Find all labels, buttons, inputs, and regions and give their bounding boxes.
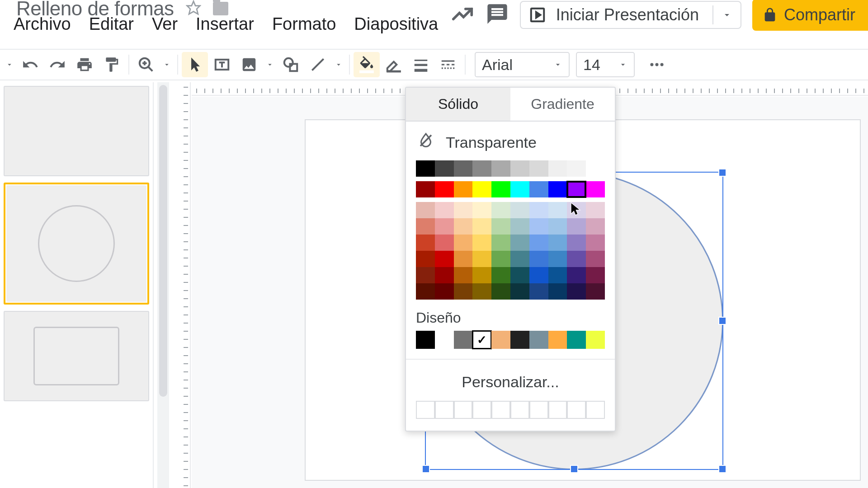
- color-swatch[interactable]: [567, 267, 586, 283]
- color-swatch[interactable]: [472, 160, 491, 177]
- font-size-select[interactable]: 14: [576, 52, 635, 77]
- color-swatch[interactable]: [435, 218, 454, 235]
- menu-ver[interactable]: Ver: [152, 14, 178, 34]
- color-swatch[interactable]: [567, 160, 586, 177]
- color-swatch[interactable]: [510, 160, 529, 177]
- custom-swatch[interactable]: [454, 401, 473, 419]
- select-tool-button[interactable]: [182, 52, 208, 77]
- resize-handle-tr[interactable]: [718, 169, 726, 177]
- color-swatch[interactable]: [435, 283, 454, 300]
- color-swatch[interactable]: [472, 251, 491, 267]
- theme-swatch[interactable]: [529, 331, 548, 349]
- color-swatch[interactable]: [472, 181, 491, 197]
- image-dropdown-icon[interactable]: [263, 61, 277, 69]
- theme-swatch[interactable]: [510, 331, 529, 349]
- color-swatch[interactable]: [586, 235, 605, 251]
- color-swatch[interactable]: [529, 218, 548, 235]
- color-swatch[interactable]: [510, 181, 529, 197]
- custom-swatch[interactable]: [567, 401, 586, 419]
- custom-swatch[interactable]: [586, 401, 605, 419]
- color-swatch[interactable]: [491, 267, 510, 283]
- color-swatch[interactable]: [529, 235, 548, 251]
- custom-swatch[interactable]: [491, 401, 510, 419]
- border-weight-button[interactable]: [408, 52, 434, 77]
- menu-diapositiva[interactable]: Diapositiva: [354, 14, 438, 34]
- color-swatch[interactable]: [548, 202, 567, 218]
- color-swatch[interactable]: [472, 218, 491, 235]
- theme-swatch[interactable]: [472, 331, 491, 349]
- resize-handle-br[interactable]: [718, 465, 726, 473]
- color-swatch[interactable]: [586, 202, 605, 218]
- color-swatch[interactable]: [454, 218, 473, 235]
- color-swatch[interactable]: [586, 283, 605, 300]
- redo-button[interactable]: [44, 52, 71, 77]
- color-swatch[interactable]: [548, 181, 567, 197]
- color-swatch[interactable]: [510, 202, 529, 218]
- color-swatch[interactable]: [548, 251, 567, 267]
- color-swatch[interactable]: [416, 251, 435, 267]
- color-swatch[interactable]: [567, 251, 586, 267]
- image-button[interactable]: [236, 52, 262, 77]
- menu-formato[interactable]: Formato: [272, 14, 336, 34]
- custom-swatch[interactable]: [472, 401, 491, 419]
- share-button[interactable]: Compartir: [752, 0, 868, 31]
- color-swatch[interactable]: [472, 202, 491, 218]
- line-dropdown-icon[interactable]: [332, 61, 345, 69]
- color-swatch[interactable]: [416, 202, 435, 218]
- border-color-button[interactable]: [381, 52, 407, 77]
- color-swatch[interactable]: [491, 160, 510, 177]
- custom-swatch[interactable]: [435, 401, 454, 419]
- activity-icon[interactable]: [450, 2, 475, 28]
- theme-swatch[interactable]: [491, 331, 510, 349]
- move-to-folder-icon[interactable]: [213, 2, 228, 15]
- thumb-scrollbar[interactable]: [157, 82, 169, 488]
- theme-swatch[interactable]: [586, 331, 605, 349]
- color-swatch[interactable]: [510, 218, 529, 235]
- color-swatch[interactable]: [454, 235, 473, 251]
- color-swatch[interactable]: [510, 283, 529, 300]
- color-swatch[interactable]: [416, 235, 435, 251]
- custom-swatch[interactable]: [510, 401, 529, 419]
- color-swatch[interactable]: [416, 267, 435, 283]
- color-swatch[interactable]: [548, 218, 567, 235]
- color-swatch[interactable]: [567, 202, 586, 218]
- theme-swatch[interactable]: [416, 331, 435, 349]
- color-swatch[interactable]: [491, 202, 510, 218]
- color-swatch[interactable]: [567, 283, 586, 300]
- color-swatch[interactable]: [586, 218, 605, 235]
- color-swatch[interactable]: [491, 283, 510, 300]
- slide-thumb-3[interactable]: [4, 311, 149, 401]
- line-button[interactable]: [305, 52, 331, 77]
- color-swatch[interactable]: [435, 160, 454, 177]
- tab-solid[interactable]: Sólido: [406, 88, 510, 121]
- zoom-dropdown-icon[interactable]: [160, 61, 174, 69]
- resize-handle-r[interactable]: [718, 317, 726, 325]
- color-swatch[interactable]: [567, 235, 586, 251]
- custom-swatch[interactable]: [416, 401, 435, 419]
- color-swatch[interactable]: [510, 251, 529, 267]
- color-swatch[interactable]: [416, 218, 435, 235]
- customize-button[interactable]: Personalizar...: [406, 363, 615, 401]
- color-swatch[interactable]: [548, 235, 567, 251]
- color-swatch[interactable]: [586, 267, 605, 283]
- color-swatch[interactable]: [586, 251, 605, 267]
- present-button[interactable]: Iniciar Presentación: [520, 1, 741, 29]
- color-swatch[interactable]: [416, 160, 435, 177]
- color-swatch[interactable]: [454, 251, 473, 267]
- present-dropdown-icon[interactable]: [712, 5, 732, 24]
- color-swatch[interactable]: [472, 283, 491, 300]
- color-swatch[interactable]: [529, 251, 548, 267]
- color-swatch[interactable]: [529, 202, 548, 218]
- color-swatch[interactable]: [491, 218, 510, 235]
- color-swatch[interactable]: [454, 267, 473, 283]
- more-button[interactable]: [644, 52, 670, 77]
- color-swatch[interactable]: [454, 202, 473, 218]
- color-swatch[interactable]: [416, 283, 435, 300]
- color-swatch[interactable]: [435, 235, 454, 251]
- color-swatch[interactable]: [491, 251, 510, 267]
- color-swatch[interactable]: [472, 267, 491, 283]
- color-swatch[interactable]: [454, 181, 473, 197]
- color-swatch[interactable]: [435, 251, 454, 267]
- fill-color-button[interactable]: [354, 52, 380, 77]
- transparent-option[interactable]: Transparente: [406, 122, 615, 160]
